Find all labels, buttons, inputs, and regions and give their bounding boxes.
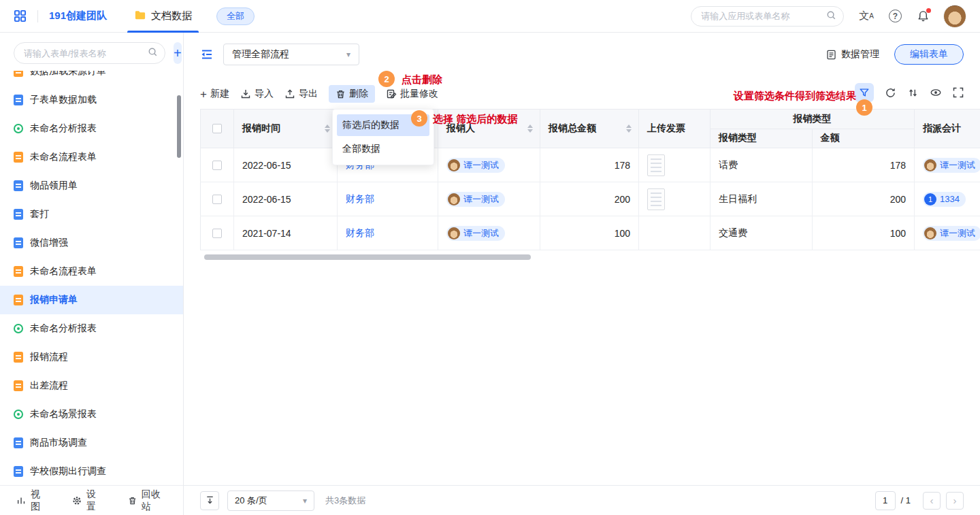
sidebar-item[interactable]: 数据加载来源订单	[0, 71, 183, 86]
form-search	[14, 42, 165, 64]
annotation-step3-badge: 3	[411, 110, 427, 127]
help-icon[interactable]: ?	[889, 10, 902, 22]
cell-dept-link[interactable]: 财务部	[346, 227, 374, 239]
sidebar-item[interactable]: 未命名流程表单	[0, 143, 183, 171]
sidebar-item[interactable]: 商品市场调查	[0, 429, 183, 457]
fullscreen-button[interactable]	[953, 87, 964, 98]
accountant-chip[interactable]: 11334	[923, 192, 966, 207]
import-button[interactable]: 导入	[240, 88, 274, 100]
sidebar-item[interactable]: 未命名场景报表	[0, 400, 183, 429]
cell-amount: 200	[813, 182, 915, 216]
refresh-button[interactable]	[885, 87, 896, 99]
eye-icon	[930, 86, 942, 99]
page-number-input[interactable]: 1	[875, 491, 896, 510]
person-name: 谭一测试	[463, 193, 499, 205]
collapse-sidebar-icon[interactable]	[200, 48, 214, 61]
invoice-thumbnail[interactable]	[647, 154, 665, 176]
sort-icon[interactable]	[527, 124, 533, 133]
scope-all-pill[interactable]: 全部	[216, 7, 255, 25]
col-total[interactable]: 报销总金额	[540, 110, 639, 148]
table-row[interactable]: 2022-06-15 财务部 谭一测试 200 生日福利 200 11334	[200, 182, 980, 216]
notifications-bell-icon[interactable]	[917, 10, 930, 22]
app-search-input[interactable]	[701, 11, 822, 21]
row-checkbox[interactable]	[212, 229, 222, 238]
prev-page-button[interactable]: ‹	[923, 492, 941, 510]
sidebar-item[interactable]: 子表单数据加载	[0, 86, 183, 114]
views-button[interactable]: 视图	[16, 488, 48, 513]
recycle-bin-button[interactable]: 回收站	[128, 488, 167, 513]
sidebar-item[interactable]: 学校假期出行调查	[0, 457, 183, 485]
form-icon	[14, 295, 23, 305]
translate-icon[interactable]: 文A	[859, 10, 874, 22]
cell-invoice-empty	[639, 216, 710, 250]
edit-form-button[interactable]: 编辑表单	[894, 44, 964, 65]
person-chip[interactable]: 谭一测试	[446, 158, 505, 173]
avatar	[448, 159, 460, 171]
row-checkbox[interactable]	[212, 195, 222, 204]
person-chip[interactable]: 谭一测试	[446, 192, 505, 207]
sidebar-item[interactable]: 报销流程	[0, 343, 183, 371]
team-name[interactable]: 191创建团队	[49, 10, 107, 22]
settings-label: 设置	[86, 488, 103, 513]
col-time[interactable]: 报销时间	[234, 110, 338, 148]
new-record-button[interactable]: + 新建	[200, 88, 229, 100]
settings-button[interactable]: 设置	[72, 488, 103, 513]
sidebar-item-selected[interactable]: 报销申请单	[0, 286, 183, 314]
add-form-button[interactable]: +	[174, 42, 182, 64]
form-search-input[interactable]	[24, 48, 144, 59]
menu-option-all-data[interactable]: 全部数据	[337, 138, 429, 160]
next-page-button[interactable]: ›	[946, 492, 964, 510]
search-icon[interactable]	[148, 47, 158, 59]
sidebar-item[interactable]: 微信增强	[0, 229, 183, 257]
form-icon	[14, 95, 23, 105]
row-checkbox[interactable]	[212, 161, 222, 170]
folder-icon	[134, 10, 146, 22]
sidebar-scrollbar[interactable]	[177, 95, 181, 158]
table-row[interactable]: 2021-07-14 财务部 谭一测试 100 交通费 100 谭一测试	[200, 216, 980, 250]
user-avatar[interactable]	[943, 5, 966, 28]
cell-type: 交通费	[710, 216, 813, 250]
tab-document-data[interactable]: 文档数据	[130, 0, 196, 33]
sort-button[interactable]	[907, 87, 919, 99]
visibility-button[interactable]	[930, 86, 942, 99]
page-size-select[interactable]: 20 条/页 ▾	[227, 491, 314, 511]
sidebar-item[interactable]: 出差流程	[0, 371, 183, 400]
search-icon[interactable]	[826, 10, 836, 22]
export-button[interactable]: 导出	[284, 88, 318, 100]
import-label: 导入	[255, 88, 274, 100]
flow-scope-select[interactable]: 管理全部流程 ▾	[223, 44, 359, 65]
cell-amount: 178	[813, 148, 915, 182]
apps-grid-icon[interactable]	[14, 10, 27, 22]
col-amount[interactable]: 金额	[813, 129, 915, 148]
col-accountant[interactable]: 指派会计	[915, 110, 980, 148]
sidebar-item[interactable]: 物品领用单	[0, 171, 183, 200]
sidebar-item[interactable]: 套打	[0, 200, 183, 229]
batch-edit-button[interactable]: 批量修改	[386, 88, 438, 100]
select-all-checkbox[interactable]	[212, 124, 222, 133]
sidebar-item[interactable]: 未命名流程表单	[0, 257, 183, 286]
col-invoice[interactable]: 上传发票	[639, 110, 710, 148]
accountant-chip[interactable]: 谭一测试	[923, 158, 980, 173]
horizontal-scrollbar[interactable]	[204, 254, 531, 260]
invoice-thumbnail[interactable]	[647, 188, 665, 210]
data-manage-button[interactable]: 数据管理	[826, 48, 879, 61]
sort-icon[interactable]	[626, 124, 632, 133]
person-chip[interactable]: 谭一测试	[446, 226, 505, 241]
form-icon	[14, 152, 23, 163]
sidebar-item[interactable]: 未命名分析报表	[0, 114, 183, 143]
avatar	[448, 193, 460, 205]
sidebar-item-label: 报销申请单	[30, 294, 78, 306]
table-row[interactable]: 2022-06-15 财务部 谭一测试 178 话费 178 谭一测试	[200, 148, 980, 182]
download-data-button[interactable]	[200, 491, 219, 510]
col-type[interactable]: 报销类型	[710, 129, 813, 148]
sidebar-item[interactable]: 未命名分析报表	[0, 314, 183, 343]
accountant-chip[interactable]: 谭一测试	[923, 226, 980, 241]
select-all-cell	[200, 110, 234, 148]
delete-button[interactable]: 删除	[329, 85, 375, 103]
sidebar-item-label: 学校假期出行调查	[30, 465, 106, 478]
sidebar-footer: 视图 设置 回收站	[0, 485, 183, 515]
funnel-icon	[859, 87, 870, 98]
cell-dept-link[interactable]: 财务部	[346, 193, 374, 205]
cell-time: 2022-06-15	[234, 148, 338, 182]
sort-icon[interactable]	[325, 124, 330, 133]
